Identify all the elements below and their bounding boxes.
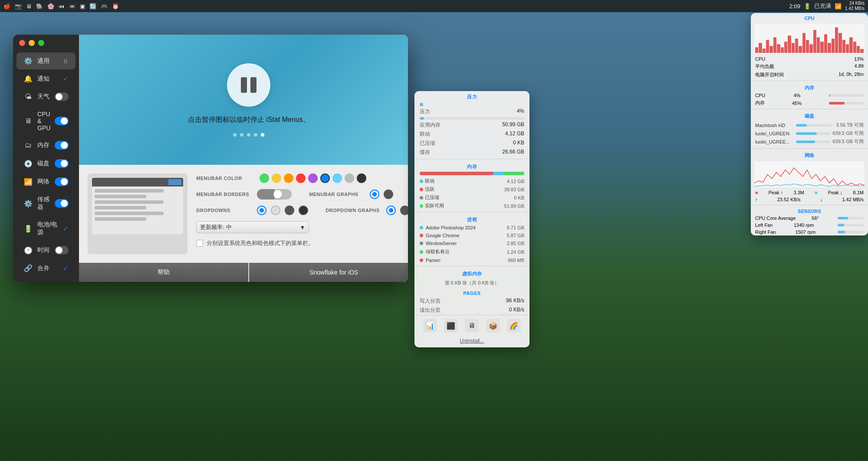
cpu-bar (784, 42, 787, 53)
separate-checkbox[interactable] (196, 240, 203, 247)
swatch-dark[interactable] (357, 173, 366, 183)
dropdown-circle-dark2[interactable] (299, 206, 308, 215)
swatch-blue[interactable] (320, 173, 330, 183)
disk-name-1: Macintosh HD (755, 123, 794, 128)
display-icon[interactable]: 🖥 (26, 3, 32, 10)
dot-1[interactable] (233, 133, 237, 137)
dot-4[interactable] (254, 133, 257, 137)
check-icon-notifications: ✓ (63, 75, 69, 83)
gamepad-icon[interactable]: 🎮 (101, 3, 108, 10)
app-window: ⚙️ 通用 ⏸ 🔔 通知 ✓ 🌤 天气 🖥 CPU & GPU 🗂 内存 💿 磁… (13, 35, 408, 282)
memory-toggle[interactable] (55, 141, 69, 150)
dot-5[interactable] (261, 133, 264, 137)
video-icon[interactable]: 📼 (69, 3, 76, 10)
terminal-icon[interactable]: ⬛ (444, 319, 458, 333)
mem-percent: 45% (792, 101, 802, 106)
close-button[interactable] (19, 40, 25, 46)
cpu-divider-4 (751, 205, 868, 205)
sidebar-item-sensors[interactable]: ⚙️ 传感器 (16, 191, 76, 216)
help-button[interactable]: 帮助 (79, 263, 248, 282)
pause-icon-large[interactable] (227, 63, 270, 107)
cpu-bar (828, 43, 831, 53)
sidebar-item-time[interactable]: 🕐 时间 (16, 242, 76, 259)
swatch-red[interactable] (296, 173, 306, 183)
sidebar-item-combine[interactable]: 🔗 合并 ✓ (16, 260, 76, 277)
menubar-borders-toggle[interactable] (257, 189, 292, 199)
time-machine-icon[interactable]: ⏰ (112, 3, 119, 10)
sync-icon[interactable]: 🔄 (89, 3, 96, 10)
cpu-percent: 13% (854, 56, 864, 62)
cpu-bar (802, 33, 806, 53)
dropdown-circle-white[interactable] (257, 206, 266, 215)
dropdown-graphs-circle-white[interactable] (386, 206, 396, 215)
sidebar-item-notifications[interactable]: 🔔 通知 ✓ (16, 70, 76, 87)
disk-toggle[interactable] (55, 159, 69, 168)
dropdown-graphs-dark[interactable] (400, 206, 408, 215)
dropdown-circle-dark1[interactable] (285, 206, 294, 215)
cpu-gpu-toggle[interactable] (55, 117, 69, 125)
activity-monitor-icon[interactable]: 📊 (423, 319, 437, 333)
sidebar-item-disk[interactable]: 💿 磁盘 (16, 155, 76, 172)
snowflake-button[interactable]: Snowflake for iOS (249, 263, 408, 282)
swatch-gray[interactable] (345, 173, 354, 183)
network-toggle[interactable] (55, 177, 69, 186)
bottom-buttons: 帮助 Snowflake for iOS (79, 263, 408, 282)
swatch-yellow[interactable] (272, 173, 281, 183)
avg-load-label: 平均负载 (755, 63, 774, 70)
screenshot-icon[interactable]: 📷 (15, 3, 22, 10)
update-rate-select[interactable]: 更新频率: 中 ▼ (196, 221, 309, 233)
evernote-icon[interactable]: 🐘 (36, 3, 43, 10)
pause-icon: ⏸ (62, 58, 69, 65)
write-pages-row: 写入分页 96 KB/s (414, 297, 529, 306)
dot-2[interactable] (240, 133, 243, 137)
installer-icon[interactable]: 📦 (486, 319, 500, 333)
apple-menu-icon[interactable]: 🍎 (3, 3, 10, 10)
swatch-purple[interactable] (308, 173, 318, 183)
sensors-toggle[interactable] (55, 199, 69, 208)
battery-status: 已充满 (814, 2, 831, 10)
cpu-bar (769, 46, 773, 53)
cpu-label: CPU (755, 56, 765, 62)
general-icon: ⚙️ (23, 57, 33, 65)
network-line-up (754, 184, 865, 186)
menubar-graphs-circle[interactable] (370, 190, 379, 199)
cpu-bar (781, 47, 784, 53)
menubar-borders-container: MENUBAR BORDERS (196, 189, 292, 199)
time-toggle[interactable] (55, 246, 69, 255)
swatch-lightblue[interactable] (332, 173, 342, 183)
sidebar-item-memory[interactable]: 🗂 内存 (16, 137, 76, 154)
console-icon[interactable]: 🖥 (465, 319, 479, 333)
sidebar-item-network[interactable]: 📶 网络 (16, 173, 76, 190)
dropdowns-container: DROPDOWNS (196, 206, 308, 215)
legend-connected: 联动 4.12 GB (414, 177, 529, 185)
legend-dot-compressed (420, 196, 423, 199)
swatch-orange[interactable] (284, 173, 293, 183)
uninstall-link[interactable]: Uninstall... (414, 336, 529, 347)
sidebar-item-cpu-gpu[interactable]: 🖥 CPU & GPU (16, 106, 76, 136)
istat-icon[interactable]: 🌈 (507, 319, 521, 333)
pressure-label: 压力 (420, 108, 430, 115)
weather-toggle[interactable] (55, 92, 69, 101)
cpu-core-bar (838, 217, 864, 219)
sidebar-item-weather[interactable]: 🌤 天气 (16, 88, 76, 105)
menubar-graphs-dark[interactable] (384, 190, 393, 199)
window-icon[interactable]: ▣ (80, 3, 85, 10)
cpu-bar (755, 47, 758, 53)
dot-3[interactable] (247, 133, 250, 137)
menubar-color-label: MENUBAR COLOR (196, 176, 253, 181)
process-size-cloud: 1.24 GB (507, 249, 524, 255)
sidebar-item-general[interactable]: ⚙️ 通用 ⏸ (16, 52, 76, 69)
dropdown-circle-gray[interactable] (271, 206, 280, 215)
flower-icon[interactable]: 🌸 (47, 3, 54, 10)
back-icon[interactable]: ⏮ (59, 3, 64, 10)
menubar-graphs-container: MENUBAR GRAPHS (309, 190, 393, 199)
swatch-green[interactable] (260, 173, 269, 183)
minimize-button[interactable] (29, 40, 35, 46)
legend-compressed-label: 已压缩 (425, 194, 512, 201)
peak-down-value: 8.1M (853, 190, 864, 195)
cpu-gpu-icon: 🖥 (23, 117, 33, 125)
legend-dot-connected (420, 180, 423, 183)
maximize-button[interactable] (38, 40, 44, 46)
sidebar-item-battery[interactable]: 🔋 电池/电源 ✓ (16, 216, 76, 241)
cpu-bar (846, 44, 849, 53)
